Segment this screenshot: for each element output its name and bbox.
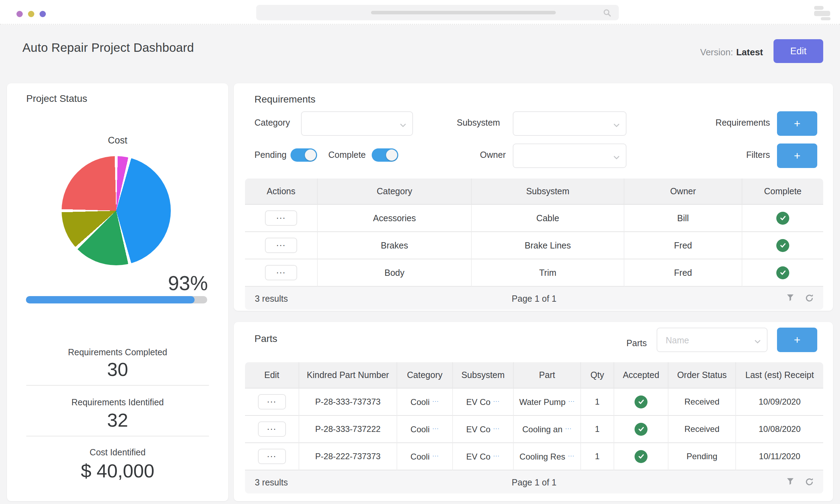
divider <box>26 436 209 436</box>
cell-qty: 1 <box>581 416 614 443</box>
truncation-dots[interactable]: ... <box>493 397 500 403</box>
cell-category: Acessories <box>318 205 472 232</box>
table-header-row: Edit Kindred Part Number Category Subsys… <box>245 362 823 388</box>
column-header-last-receipt: Last (est) Receipt <box>736 362 823 388</box>
row-edit-button[interactable]: ... <box>258 394 286 410</box>
cell-subsystem: EV Co... <box>453 416 514 443</box>
filter-icon[interactable] <box>786 477 795 489</box>
stat-label-requirements-completed: Requirements Completed <box>7 347 228 357</box>
category-select[interactable] <box>301 111 413 136</box>
add-part-button[interactable]: + <box>777 328 817 352</box>
parts-table: Edit Kindred Part Number Category Subsys… <box>245 362 823 493</box>
refresh-icon[interactable] <box>805 477 814 489</box>
check-icon <box>635 423 648 436</box>
row-actions-button[interactable]: ... <box>265 265 297 280</box>
column-header-subsystem: Subsystem <box>453 362 514 388</box>
cell-part: Cooling Res... <box>514 443 581 470</box>
cell-part-number: P-28-333-737373 <box>299 388 397 416</box>
cell-owner: Bill <box>624 205 742 232</box>
window-dot-3[interactable] <box>40 11 46 17</box>
progress-bar <box>26 296 207 303</box>
cell-subsystem: EV Co... <box>453 388 514 416</box>
requirements-table: Actions Category Subsystem Owner Complet… <box>245 178 823 310</box>
cell-category: Cooli... <box>397 388 453 416</box>
toggle-knob <box>305 149 316 161</box>
filter-icon[interactable] <box>786 293 795 305</box>
search-input[interactable] <box>256 5 619 20</box>
stat-label-requirements-identified: Requirements Identified <box>7 397 228 407</box>
parts-selector-label: Parts <box>612 338 647 348</box>
project-status-panel: Project Status Cost 93% Requirements Com… <box>7 83 228 501</box>
table-footer-row: 3 results Page 1 of 1 <box>245 287 823 310</box>
chevron-down-icon <box>614 122 620 129</box>
truncation-dots[interactable]: ... <box>565 424 572 430</box>
stat-value-requirements-identified: 32 <box>7 411 228 429</box>
edit-button[interactable]: Edit <box>774 39 823 63</box>
cell-part-number: P-28-333-737222 <box>299 416 397 443</box>
table-row: ... Brakes Brake Lines Fred <box>245 232 823 259</box>
progress-bar-fill <box>26 296 195 303</box>
truncation-dots[interactable]: ... <box>568 397 575 403</box>
refresh-icon[interactable] <box>805 293 814 305</box>
subsystem-select[interactable] <box>513 111 626 136</box>
cost-pie-chart <box>62 156 171 265</box>
cell-category: Body <box>318 259 472 287</box>
page-title: Auto Repair Project Dashboard <box>22 41 194 55</box>
truncation-dots[interactable]: ... <box>433 397 439 403</box>
chevron-down-icon <box>400 122 406 129</box>
toggle-knob <box>386 149 397 161</box>
check-icon <box>776 266 789 279</box>
chevron-down-icon <box>755 339 761 345</box>
cell-subsystem: Cable <box>472 205 624 232</box>
window-dot-1[interactable] <box>16 11 23 17</box>
truncation-dots[interactable]: ... <box>433 424 439 430</box>
column-header-owner: Owner <box>624 178 742 205</box>
cell-category: Brakes <box>318 232 472 259</box>
page-indicator: Page 1 of 1 <box>245 294 823 304</box>
truncation-dots[interactable]: ... <box>433 451 439 458</box>
stat-value-requirements-completed: 30 <box>7 360 228 379</box>
check-icon <box>776 239 789 252</box>
row-edit-button[interactable]: ... <box>258 421 286 437</box>
cell-qty: 1 <box>581 388 614 416</box>
truncation-dots[interactable]: ... <box>493 451 500 458</box>
cell-last-receipt: 10/08/2020 <box>736 416 823 443</box>
address-search-bar[interactable] <box>256 5 619 20</box>
version-label: Version: <box>700 47 733 57</box>
row-edit-button[interactable]: ... <box>258 449 286 464</box>
parts-name-select[interactable]: Name <box>657 328 768 352</box>
add-filter-button[interactable]: + <box>777 144 817 168</box>
truncation-dots[interactable]: ... <box>493 424 500 430</box>
row-actions-button[interactable]: ... <box>265 210 297 226</box>
table-row: ... P-28-222-737373 Cooli... EV Co... Co… <box>245 443 823 470</box>
search-icon <box>603 8 612 19</box>
table-row: ... Body Trim Fred <box>245 259 823 287</box>
column-header-accepted: Accepted <box>614 362 668 388</box>
cell-category: Cooli... <box>397 443 453 470</box>
complete-toggle-label: Complete <box>328 150 366 160</box>
parts-panel: Parts Parts Name + Edit Kindred Part Num… <box>234 322 833 501</box>
chevron-down-icon <box>614 155 620 161</box>
row-actions-button[interactable]: ... <box>265 238 297 253</box>
subsystem-filter-label: Subsystem <box>457 118 500 128</box>
column-header-order-status: Order Status <box>668 362 736 388</box>
column-header-part-number: Kindred Part Number <box>299 362 397 388</box>
add-requirement-button[interactable]: + <box>777 111 817 136</box>
owner-select[interactable] <box>513 144 626 168</box>
requirements-panel: Requirements Category Subsystem Requirem… <box>234 83 833 311</box>
table-footer-row: 3 results Page 1 of 1 <box>245 470 823 493</box>
check-icon <box>635 396 648 408</box>
cell-category: Cooli... <box>397 416 453 443</box>
app-logo-icon[interactable] <box>813 5 832 20</box>
cell-owner: Fred <box>624 232 742 259</box>
column-header-qty: Qty <box>581 362 614 388</box>
filters-add-label: Filters <box>675 150 770 160</box>
window-dot-2[interactable] <box>28 11 34 17</box>
cell-order-status: Received <box>668 388 736 416</box>
project-status-title: Project Status <box>26 93 87 104</box>
truncation-dots[interactable]: ... <box>568 451 575 458</box>
pending-toggle[interactable] <box>290 148 317 162</box>
complete-toggle[interactable] <box>372 148 398 162</box>
parts-title: Parts <box>254 333 277 344</box>
cell-qty: 1 <box>581 443 614 470</box>
